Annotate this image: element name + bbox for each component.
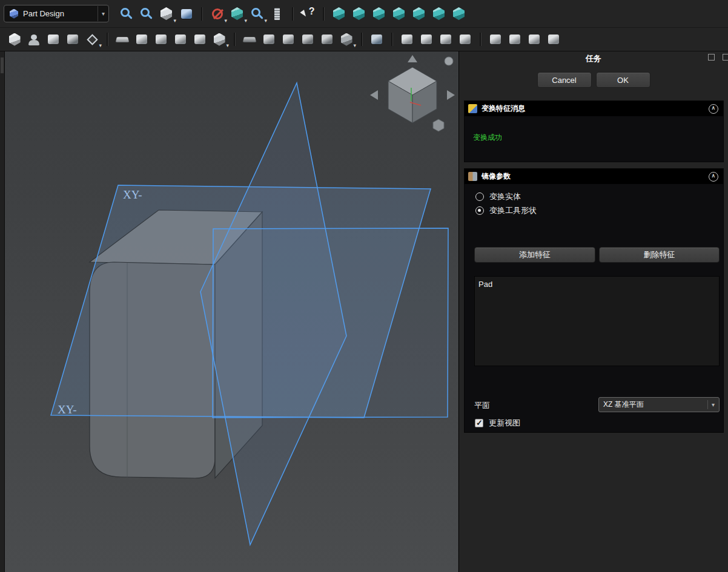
icon-glyph	[212, 8, 223, 19]
cancel-button[interactable]: Cancel	[537, 72, 592, 88]
isometric-view-icon[interactable]: ▾	[329, 4, 349, 24]
feature-list-item[interactable]: Pad	[475, 277, 719, 292]
create-datum-icon[interactable]: ▾	[82, 30, 102, 48]
linear-pattern-icon[interactable]: ▾	[505, 30, 524, 48]
chevron-down-icon: ▾	[707, 400, 715, 409]
navcube-arrow-up-icon	[408, 55, 417, 62]
toolbar-separator	[391, 33, 392, 46]
additive-primitive-icon[interactable]: ▾	[210, 30, 229, 48]
workbench-label: Part Design	[23, 9, 98, 18]
left-view-icon[interactable]: ▾	[449, 4, 469, 24]
measure-icon[interactable]: ▾	[267, 4, 287, 24]
radio-label: 变换实体	[489, 191, 521, 202]
icon-glyph	[341, 33, 352, 46]
clipping-plane-icon[interactable]: ▾	[207, 4, 227, 24]
sync-view-icon[interactable]: ▾	[176, 4, 196, 24]
plane-label-xy-bottom: XY-	[58, 403, 77, 416]
subtractive-primitive-icon[interactable]: ▾	[337, 30, 356, 48]
icon-glyph	[402, 35, 412, 44]
update-view-checkbox[interactable]	[475, 419, 483, 427]
collapse-icon[interactable]	[709, 172, 718, 182]
fillet-icon[interactable]: ▾	[397, 30, 417, 48]
pocket-icon[interactable]: ▾	[240, 30, 259, 48]
mirrored-icon[interactable]: ▾	[486, 30, 505, 48]
multitransform-icon[interactable]: ▾	[544, 30, 563, 48]
chamfer-icon[interactable]: ▾	[417, 30, 436, 48]
edit-sketch-icon[interactable]: ▾	[44, 30, 63, 48]
revolution-icon[interactable]: ▾	[132, 30, 151, 48]
create-body-icon[interactable]: ▾	[5, 30, 24, 48]
icon-glyph	[433, 7, 445, 20]
icon-glyph	[263, 35, 274, 44]
bottom-view-icon[interactable]: ▾	[429, 4, 449, 24]
polar-pattern-icon[interactable]: ▾	[524, 30, 544, 48]
additive-helix-icon[interactable]: ▾	[190, 30, 210, 48]
icon-glyph	[214, 33, 225, 46]
section-header[interactable]: 镜像参数	[465, 169, 723, 184]
icon-glyph	[87, 34, 98, 45]
close-icon[interactable]	[723, 54, 728, 61]
draw-style-icon[interactable]: ▾	[156, 4, 176, 24]
rear-view-icon[interactable]: ▾	[409, 4, 429, 24]
groove-icon[interactable]: ▾	[279, 30, 298, 48]
mirror-icon	[468, 172, 477, 181]
icon-glyph	[453, 7, 465, 20]
3d-viewport[interactable]: XY- XY-	[5, 51, 458, 572]
radio-transform-body[interactable]	[475, 192, 484, 201]
draft-icon[interactable]: ▾	[436, 30, 455, 48]
mirror-plane-xz[interactable]	[213, 228, 448, 418]
feature-list[interactable]: Pad	[474, 276, 720, 366]
chevron-down-icon: ▾	[99, 43, 102, 48]
icon-glyph	[440, 35, 451, 44]
plane-combobox[interactable]: XZ 基准平面 ▾	[598, 397, 720, 412]
task-panel: 任务 Cancel OK 变换特征消息 变换成功 镜像参数	[458, 51, 728, 572]
top-view-icon[interactable]: ▾	[369, 4, 389, 24]
view-toolbar: Part Design ▾ ▾ ▾ ▾ ▾ ▾ ▾	[0, 0, 728, 28]
icon-glyph	[243, 37, 256, 42]
ok-button[interactable]: OK	[596, 72, 650, 88]
thickness-icon[interactable]: ▾	[455, 30, 475, 48]
undock-icon[interactable]	[708, 54, 715, 61]
subtractive-pipe-icon[interactable]: ▾	[317, 30, 337, 48]
workbench-selector[interactable]: Part Design ▾	[4, 5, 109, 22]
chevron-down-icon: ▾	[353, 43, 356, 48]
whats-this-icon[interactable]: ▾	[298, 4, 318, 24]
navcube-mini-cube-icon[interactable]	[433, 119, 444, 131]
icon-glyph	[156, 35, 167, 44]
section-title: 变换特征消息	[481, 104, 525, 114]
plane-label: 平面	[474, 400, 490, 411]
boolean-icon[interactable]: ▾	[367, 30, 386, 48]
section-header[interactable]: 变换特征消息	[465, 101, 723, 116]
fit-all-icon[interactable]: ▾	[116, 4, 136, 24]
section-body: 变换实体 变换工具形状 添加特征 删除特征 Pad 平面 XZ 基准平面 ▾	[465, 184, 723, 432]
subtractive-loft-icon[interactable]: ▾	[298, 30, 317, 48]
add-feature-button[interactable]: 添加特征	[474, 247, 595, 263]
right-view-icon[interactable]: ▾	[389, 4, 409, 24]
toolbar-separator	[361, 33, 362, 46]
icon-glyph	[121, 8, 130, 17]
workbench-icon	[10, 9, 18, 19]
zoom-tools-icon[interactable]: ▾	[247, 4, 267, 24]
plane-combobox-value: XZ 基准平面	[603, 399, 707, 410]
icon-glyph	[529, 35, 540, 44]
freecad-window: Part Design ▾ ▾ ▾ ▾ ▾ ▾ ▾	[0, 0, 728, 572]
create-sketch-icon[interactable]: ▾	[24, 30, 44, 48]
additive-pipe-icon[interactable]: ▾	[171, 30, 190, 48]
collapse-icon[interactable]	[709, 104, 718, 114]
icon-glyph	[421, 35, 432, 44]
fit-selection-icon[interactable]: ▾	[136, 4, 156, 24]
remove-feature-button[interactable]: 删除特征	[599, 247, 720, 263]
dialog-buttons: Cancel OK	[459, 72, 728, 88]
left-panel-edge[interactable]	[0, 51, 5, 572]
pad-icon[interactable]: ▾	[113, 30, 132, 48]
map-sketch-icon[interactable]: ▾	[63, 30, 82, 48]
transform-status-message: 变换成功	[473, 133, 502, 143]
navcube-sphere-icon[interactable]	[445, 57, 453, 65]
view-presets-icon[interactable]: ▾	[227, 4, 247, 24]
navigation-cube[interactable]	[388, 67, 437, 123]
front-view-icon[interactable]: ▾	[349, 4, 369, 24]
hole-icon[interactable]: ▾	[259, 30, 279, 48]
navcube-arrow-left-icon	[370, 90, 378, 100]
radio-transform-toolshape[interactable]	[475, 206, 484, 215]
additive-loft-icon[interactable]: ▾	[151, 30, 171, 48]
